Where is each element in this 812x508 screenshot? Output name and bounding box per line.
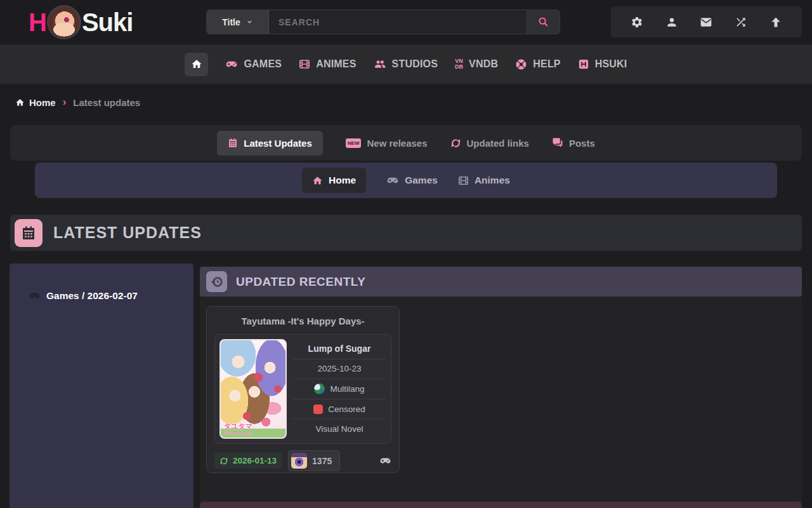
censored-icon xyxy=(313,404,323,414)
nav-item-animes[interactable]: ANIMES xyxy=(299,58,356,70)
language-row: Multilang xyxy=(292,378,386,399)
h-square-icon xyxy=(578,58,589,70)
section-header: LATEST UPDATES xyxy=(10,215,802,251)
sidebar-group-label: Games / 2026-02-07 xyxy=(46,290,138,302)
cover-logo-subtext: It's happy days xyxy=(225,431,252,435)
tab-label: Posts xyxy=(569,138,595,149)
users-icon xyxy=(374,58,386,70)
category-subtabs: Home Games Animes xyxy=(35,163,777,198)
calendar-icon xyxy=(228,138,238,148)
chevron-right-icon: › xyxy=(63,96,67,109)
nav-item-hsuki[interactable]: HSUKI xyxy=(578,58,627,70)
calendar-icon-box xyxy=(15,219,43,247)
nav-item-help[interactable]: HELP xyxy=(515,58,560,70)
game-title[interactable]: Tayutama -It's Happy Days- xyxy=(207,307,399,334)
page-title: LATEST UPDATES xyxy=(53,224,202,242)
tab-label: New releases xyxy=(367,138,427,149)
globe-icon xyxy=(314,384,325,394)
game-card-footer: 2026-01-13 1375 xyxy=(207,444,399,471)
subtab-animes[interactable]: Animes xyxy=(458,175,510,186)
subtab-home[interactable]: Home xyxy=(302,168,366,193)
arrow-up-icon[interactable] xyxy=(769,16,782,29)
tab-updated-links[interactable]: Updated links xyxy=(450,138,529,149)
updated-recently-list: Tayutama -It's Happy Days- タユタマ It's hap… xyxy=(200,297,802,508)
nav-label: GAMES xyxy=(244,58,282,70)
nav-item-games[interactable]: GAMES xyxy=(225,58,282,70)
calendar-icon xyxy=(21,225,36,241)
category-label: Visual Novel xyxy=(292,418,386,439)
breadcrumb-home[interactable]: Home xyxy=(15,97,56,108)
game-cover-image[interactable]: タユタマ It's happy days xyxy=(219,339,287,439)
updates-tabs: Latest Updates NEW New releases Updated … xyxy=(10,125,802,161)
gamepad-icon xyxy=(386,174,399,187)
cover-logo-text: タユタマ xyxy=(224,422,252,430)
tab-posts[interactable]: Posts xyxy=(552,137,595,149)
tab-latest-updates[interactable]: Latest Updates xyxy=(217,131,323,156)
uploader-avatar xyxy=(291,453,307,469)
logo-text-suki: Suki xyxy=(82,8,133,37)
user-icon[interactable] xyxy=(665,16,678,29)
breadcrumb-current: Latest updates xyxy=(73,97,140,108)
updated-recently-header: UPDATED RECENTLY xyxy=(200,267,802,297)
vndb-icon: VN DB xyxy=(455,58,463,69)
gamepad-icon xyxy=(29,290,41,302)
nav-item-vndb[interactable]: VN DB VNDB xyxy=(455,58,498,70)
subtab-games[interactable]: Games xyxy=(386,174,438,187)
search-filter-value: Title xyxy=(222,17,240,27)
subtab-label: Animes xyxy=(475,175,510,186)
shuffle-icon[interactable] xyxy=(735,16,747,29)
logo-text-h: H xyxy=(29,8,46,37)
history-icon-box xyxy=(206,271,227,292)
film-icon xyxy=(299,58,310,70)
censorship-row: Censored xyxy=(292,399,386,419)
gamepad-icon xyxy=(379,455,391,467)
tab-label: Latest Updates xyxy=(244,138,312,149)
home-icon xyxy=(312,175,323,186)
main-navigation: GAMES ANIMES STUDIOS VN DB VNDB HELP HSU… xyxy=(0,44,812,84)
search-input[interactable] xyxy=(269,10,527,34)
game-meta-column: Lump of Sugar 2025-10-23 Multilang Censo… xyxy=(292,339,386,439)
search-filter-select[interactable]: Title xyxy=(207,10,269,34)
subtab-label: Games xyxy=(405,175,438,186)
game-card: Tayutama -It's Happy Days- タユタマ It's hap… xyxy=(206,306,400,473)
sync-icon xyxy=(450,138,461,149)
sidebar-group-games-date[interactable]: Games / 2026-02-07 xyxy=(10,264,193,302)
studio-name[interactable]: Lump of Sugar xyxy=(292,339,386,359)
search-icon xyxy=(538,17,549,27)
nav-label: ANIMES xyxy=(316,58,356,70)
history-icon xyxy=(210,275,224,289)
updated-date: 2026-01-13 xyxy=(233,456,277,465)
release-date: 2025-10-23 xyxy=(292,359,386,379)
film-icon xyxy=(458,175,469,186)
count-value: 1375 xyxy=(312,456,332,466)
nav-label: STUDIOS xyxy=(392,58,438,70)
new-badge-icon: NEW xyxy=(346,138,362,148)
gear-icon[interactable] xyxy=(631,16,643,29)
next-section-header-edge xyxy=(200,502,802,508)
nav-home-button[interactable] xyxy=(185,53,208,76)
logo-avatar xyxy=(47,5,81,39)
game-info-box: タユタマ It's happy days Lump of Sugar 2025-… xyxy=(214,334,391,444)
breadcrumb: Home › Latest updates xyxy=(15,96,140,109)
search-button[interactable] xyxy=(527,10,560,34)
nav-item-studios[interactable]: STUDIOS xyxy=(374,58,438,70)
tab-new-releases[interactable]: NEW New releases xyxy=(346,138,428,149)
search-bar: Title xyxy=(206,10,560,34)
home-icon xyxy=(15,98,25,107)
nav-label: HSUKI xyxy=(595,58,627,70)
site-logo[interactable]: H Suki xyxy=(29,4,133,40)
panel-title: UPDATED RECENTLY xyxy=(236,275,365,289)
gamepad-icon xyxy=(225,58,238,70)
quick-actions-tray xyxy=(611,6,802,37)
mail-icon[interactable] xyxy=(700,16,712,29)
updated-date-badge[interactable]: 2026-01-13 xyxy=(214,453,282,469)
comments-icon xyxy=(552,137,563,149)
uploader-count-pill[interactable]: 1375 xyxy=(288,450,340,471)
censorship-label: Censored xyxy=(328,404,365,414)
sync-icon xyxy=(219,457,228,465)
life-ring-icon xyxy=(515,58,527,70)
top-bar: H Suki Title xyxy=(0,0,812,44)
subtab-label: Home xyxy=(329,175,356,186)
tab-label: Updated links xyxy=(467,138,529,149)
language-label: Multilang xyxy=(330,384,364,394)
